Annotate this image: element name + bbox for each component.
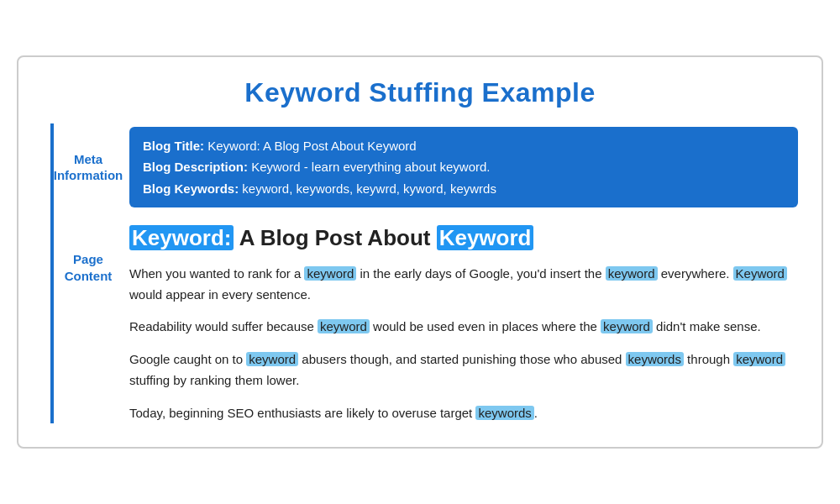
kw-p1-2: keyword [606,266,658,281]
heading-keyword2: Keyword [437,225,534,250]
meta-section: MetaInformation Blog Title: Keyword: A B… [54,123,798,212]
content-section: PageContent Keyword: A Blog Post About K… [54,218,798,423]
content-inner: Keyword: A Blog Post About Keyword When … [129,218,798,423]
meta-desc-value: Keyword - learn everything about keyword… [248,160,490,174]
blog-heading: Keyword: A Blog Post About Keyword [129,224,798,252]
meta-title-row: Blog Title: Keyword: A Blog Post About K… [143,135,785,157]
kw-p3-2: keywords [626,352,684,366]
paragraph-4: Today, beginning SEO enthusiasts are lik… [129,403,798,424]
meta-desc-row: Blog Description: Keyword - learn everyt… [143,156,785,178]
paragraph-2: Readability would suffer because keyword… [129,317,798,338]
kw-p4-1: keywords [475,406,533,420]
paragraph-1: When you wanted to rank for a keyword in… [129,264,798,306]
heading-keyword1: Keyword: [129,225,234,250]
sections-wrapper: MetaInformation Blog Title: Keyword: A B… [50,123,798,424]
kw-p2-1: keyword [318,319,370,333]
meta-box: Blog Title: Keyword: A Blog Post About K… [129,127,798,208]
kw-p1-3: Keyword [733,266,787,281]
page-content-label: PageContent [50,218,126,284]
kw-p1-1: keyword [304,266,356,281]
page-title: Keyword Stuffing Example [42,77,798,108]
meta-keywords-label: Blog Keywords: [143,181,239,196]
kw-p3-3: keyword [733,352,785,366]
meta-keywords-row: Blog Keywords: keyword, keywords, keywrd… [143,178,785,200]
meta-title-label: Blog Title: [143,139,204,153]
main-container: Keyword Stuffing Example MetaInformation… [17,55,823,449]
kw-p2-2: keyword [601,319,653,333]
paragraph-3: Google caught on to keyword abusers thou… [129,349,798,391]
meta-keywords-value: keyword, keywords, keywrd, kyword, keywr… [239,181,496,196]
meta-title-value: Keyword: A Blog Post About Keyword [204,139,417,153]
meta-desc-label: Blog Description: [143,160,248,174]
meta-label: MetaInformation [50,123,126,212]
kw-p3-1: keyword [246,352,298,366]
heading-middle: A Blog Post About [234,225,436,250]
